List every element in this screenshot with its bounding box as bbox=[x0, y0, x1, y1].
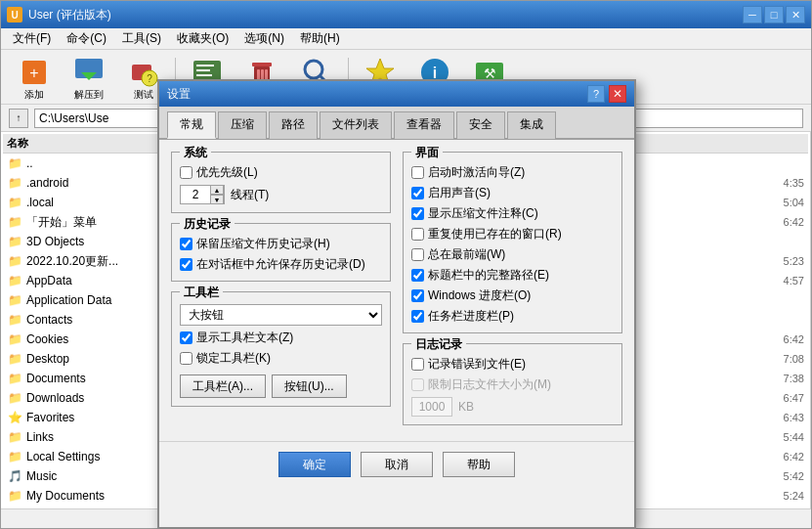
allow-save-checkbox[interactable] bbox=[180, 258, 192, 271]
show-text-label: 显示工具栏文本(Z) bbox=[196, 330, 293, 346]
menu-help[interactable]: 帮助(H) bbox=[292, 28, 348, 49]
dialog-close-button[interactable]: ✕ bbox=[609, 85, 626, 103]
dialog-right: 界面 启动时激活向导(Z) 启用声音(S) 显示压缩文件注释(C) bbox=[403, 152, 622, 425]
win-progress-checkbox[interactable] bbox=[411, 289, 424, 302]
menu-tools[interactable]: 工具(S) bbox=[114, 28, 169, 49]
dialog-bottom: 确定 取消 帮助 bbox=[159, 441, 634, 489]
threads-spinner[interactable]: ▲ ▼ bbox=[180, 185, 225, 204]
minimize-button[interactable]: ─ bbox=[743, 6, 762, 23]
toolbar-config-button[interactable]: 工具栏(A)... bbox=[180, 375, 266, 398]
file-date: 5:42 bbox=[726, 470, 804, 482]
svg-text:?: ? bbox=[147, 73, 152, 84]
threads-row: ▲ ▼ 线程(T) bbox=[180, 185, 382, 204]
taskbar-progress-checkbox[interactable] bbox=[411, 310, 424, 323]
allow-save-item[interactable]: 在对话框中允许保存历史记录(D) bbox=[180, 256, 382, 273]
priority-checkbox-item[interactable]: 优先先级(L) bbox=[180, 164, 382, 181]
toolbar-extract-button[interactable]: 解压到 bbox=[64, 54, 114, 101]
toolbar-buttons-row: 工具栏(A)... 按钮(U)... bbox=[180, 375, 382, 398]
log-errors-item[interactable]: 记录错误到文件(E) bbox=[411, 356, 614, 373]
spinner-up[interactable]: ▲ bbox=[210, 185, 224, 195]
svg-text:+: + bbox=[29, 65, 38, 81]
file-icon: 📁 bbox=[7, 331, 22, 347]
dialog-help-icon[interactable]: ? bbox=[587, 85, 605, 103]
title-bar: U User (评估版本) ─ □ ✕ bbox=[1, 1, 811, 28]
keep-history-item[interactable]: 保留压缩文件历史记录(H) bbox=[180, 236, 382, 252]
file-icon: 📁 bbox=[7, 253, 22, 269]
test-icon: ? bbox=[128, 57, 159, 88]
file-icon: 📁 bbox=[7, 488, 22, 504]
log-size-input[interactable] bbox=[412, 398, 451, 416]
file-icon: 📁 bbox=[7, 214, 22, 230]
menu-file[interactable]: 文件(F) bbox=[5, 28, 59, 49]
menu-options[interactable]: 选项(N) bbox=[236, 28, 292, 49]
cancel-button[interactable]: 取消 bbox=[361, 452, 433, 477]
tab-viewer[interactable]: 查看器 bbox=[394, 111, 454, 139]
tab-integrate[interactable]: 集成 bbox=[507, 111, 556, 139]
always-on-top-label: 总在最前端(W) bbox=[428, 246, 505, 263]
reuse-windows-checkbox[interactable] bbox=[411, 228, 424, 241]
lock-toolbar-item[interactable]: 锁定工具栏(K) bbox=[180, 350, 382, 367]
interface-group-label: 界面 bbox=[411, 145, 443, 161]
add-icon: + bbox=[19, 57, 50, 88]
extract-icon bbox=[73, 57, 105, 88]
show-comments-checkbox[interactable] bbox=[411, 207, 424, 220]
maximize-button[interactable]: □ bbox=[764, 6, 784, 23]
show-text-checkbox[interactable] bbox=[180, 331, 192, 344]
toolbar-group-content: 大按钮 显示工具栏文本(Z) 锁定工具栏(K) 工具栏(A)... 按钮 bbox=[180, 304, 382, 398]
limit-size-item[interactable]: 限制日志文件大小为(M) bbox=[411, 376, 614, 393]
reuse-windows-item[interactable]: 重复使用已存在的窗口(R) bbox=[411, 226, 614, 242]
taskbar-progress-item[interactable]: 任务栏进度栏(P) bbox=[411, 308, 614, 325]
tab-path[interactable]: 路径 bbox=[269, 111, 318, 139]
spinner-down[interactable]: ▼ bbox=[210, 195, 224, 204]
log-errors-checkbox[interactable] bbox=[411, 358, 424, 371]
lock-toolbar-checkbox[interactable] bbox=[180, 352, 192, 365]
win-progress-item[interactable]: Windows 进度栏(O) bbox=[411, 287, 614, 304]
sound-checkbox[interactable] bbox=[411, 187, 424, 199]
priority-checkbox[interactable] bbox=[180, 166, 192, 179]
spinner-buttons: ▲ ▼ bbox=[210, 185, 224, 204]
file-date: 5:44 bbox=[726, 431, 804, 443]
toolbar-style-select[interactable]: 大按钮 bbox=[180, 304, 382, 326]
file-date: 6:42 bbox=[726, 333, 804, 345]
close-button[interactable]: ✕ bbox=[786, 6, 805, 23]
menu-favorites[interactable]: 收藏夹(O) bbox=[169, 28, 236, 49]
file-date: 7:08 bbox=[726, 353, 804, 365]
buttons-config-button[interactable]: 按钮(U)... bbox=[272, 375, 347, 398]
file-date: 4:57 bbox=[726, 275, 804, 287]
show-text-item[interactable]: 显示工具栏文本(Z) bbox=[180, 330, 382, 346]
system-group: 系统 优先先级(L) ▲ ▼ bbox=[171, 152, 391, 213]
full-path-checkbox[interactable] bbox=[411, 269, 424, 282]
start-wizard-label: 启动时激活向导(Z) bbox=[428, 164, 525, 181]
sound-item[interactable]: 启用声音(S) bbox=[411, 185, 614, 201]
always-on-top-item[interactable]: 总在最前端(W) bbox=[411, 246, 614, 263]
threads-input[interactable] bbox=[181, 186, 210, 203]
tab-security[interactable]: 安全 bbox=[456, 111, 505, 139]
history-group-label: 历史记录 bbox=[180, 216, 235, 233]
limit-size-checkbox[interactable] bbox=[411, 378, 424, 391]
always-on-top-checkbox[interactable] bbox=[411, 248, 424, 261]
start-wizard-checkbox[interactable] bbox=[411, 166, 424, 179]
svg-text:i: i bbox=[433, 65, 437, 81]
up-button[interactable]: ↑ bbox=[9, 109, 28, 128]
limit-size-label: 限制日志文件大小为(M) bbox=[428, 376, 551, 393]
interface-group: 界面 启动时激活向导(Z) 启用声音(S) 显示压缩文件注释(C) bbox=[403, 152, 622, 333]
file-icon: 📁 bbox=[7, 273, 22, 288]
toolbar-add-button[interactable]: + 添加 bbox=[9, 54, 60, 101]
menu-command[interactable]: 命令(C) bbox=[59, 28, 114, 49]
ok-button[interactable]: 确定 bbox=[278, 452, 351, 477]
file-date: 6:42 bbox=[726, 451, 804, 463]
start-wizard-item[interactable]: 启动时激活向导(Z) bbox=[411, 164, 614, 181]
tab-compress[interactable]: 压缩 bbox=[218, 111, 267, 139]
log-group: 日志记录 记录错误到文件(E) 限制日志文件大小为(M) bbox=[403, 343, 622, 425]
show-comments-item[interactable]: 显示压缩文件注释(C) bbox=[411, 205, 614, 222]
tab-general[interactable]: 常规 bbox=[167, 111, 216, 139]
lock-toolbar-label: 锁定工具栏(K) bbox=[196, 350, 271, 367]
file-icon: 📁 bbox=[7, 429, 22, 445]
tab-filelist[interactable]: 文件列表 bbox=[320, 111, 392, 139]
file-icon: 📁 bbox=[7, 195, 22, 210]
full-path-item[interactable]: 标题栏中的完整路径(E) bbox=[411, 267, 614, 284]
help-button[interactable]: 帮助 bbox=[443, 452, 515, 477]
keep-history-checkbox[interactable] bbox=[180, 238, 192, 250]
log-size-spinner[interactable] bbox=[411, 397, 452, 417]
interface-group-content: 启动时激活向导(Z) 启用声音(S) 显示压缩文件注释(C) 重复使用 bbox=[411, 164, 614, 325]
